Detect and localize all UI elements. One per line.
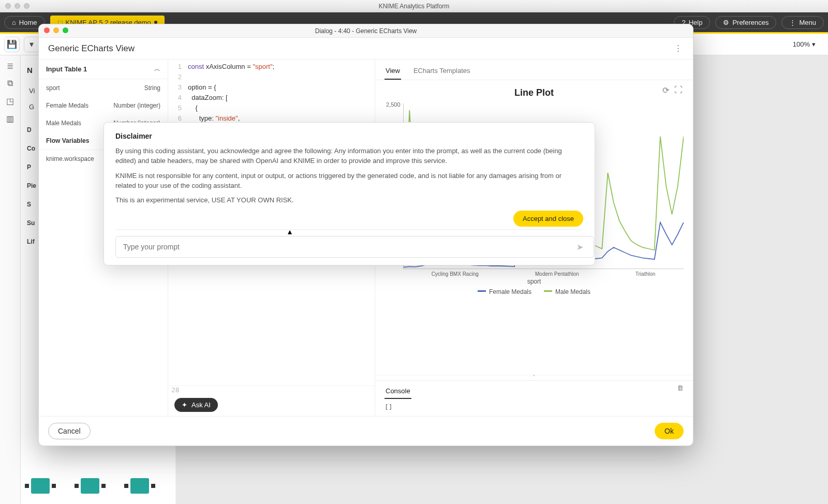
menu-button[interactable]: ⋮ Menu bbox=[781, 16, 824, 29]
dialog-titlebar: Dialog - 4:40 - Generic ECharts View bbox=[39, 24, 693, 38]
preview-tabs: View ECharts Templates bbox=[375, 60, 693, 80]
chevron-down-icon: ▾ bbox=[812, 40, 816, 48]
workflow-node[interactable] bbox=[81, 478, 99, 494]
gear-icon: ⚙ bbox=[723, 19, 729, 26]
col-type: String bbox=[144, 84, 160, 92]
column-row: sport String bbox=[39, 79, 168, 97]
node-strip bbox=[31, 478, 149, 494]
console-output: [] bbox=[385, 403, 684, 411]
col-name: Female Medals bbox=[46, 102, 88, 109]
x-tick: Cycling BMX Racing bbox=[432, 271, 479, 277]
workflow-node[interactable] bbox=[130, 478, 149, 494]
rail-cube-icon[interactable]: ◳ bbox=[3, 94, 18, 108]
chart-title: Line Plot bbox=[385, 87, 684, 98]
app-title: KNIME Analytics Platform bbox=[379, 3, 450, 10]
left-rail: ≣ ⧉ ◳ ▥ bbox=[0, 55, 21, 504]
maximize-icon[interactable] bbox=[63, 27, 68, 33]
ask-ai-button[interactable]: ✦ Ask AI bbox=[174, 398, 218, 412]
prompt-input[interactable] bbox=[115, 236, 594, 258]
save-icon[interactable]: 💾 bbox=[4, 37, 20, 52]
x-tick: Modern Pentathlon bbox=[535, 271, 579, 277]
workflow-node[interactable] bbox=[31, 478, 50, 494]
mouse-cursor-icon: ▴ bbox=[288, 227, 292, 236]
tab-templates[interactable]: ECharts Templates bbox=[412, 63, 471, 80]
traffic-lights-outer bbox=[5, 3, 29, 9]
section-label: Flow Variables bbox=[46, 137, 89, 144]
col-type: Number (integer) bbox=[113, 102, 160, 109]
col-name: Male Medals bbox=[46, 120, 81, 127]
tab-view[interactable]: View bbox=[385, 63, 401, 80]
minimize-icon[interactable] bbox=[53, 27, 59, 33]
disclaimer-text: This is an experimental service, USE AT … bbox=[115, 196, 583, 205]
home-label: Home bbox=[19, 19, 37, 26]
disclaimer-text: By using this coding assistant, you ackn… bbox=[115, 146, 583, 166]
x-axis-label: sport bbox=[385, 278, 684, 285]
col-name: sport bbox=[46, 84, 60, 92]
zoom-control[interactable]: 100% ▾ bbox=[793, 40, 824, 48]
rail-monitor-icon[interactable]: ▥ bbox=[3, 111, 18, 126]
section-label: Input Table 1 bbox=[46, 65, 87, 73]
ask-ai-label: Ask AI bbox=[191, 401, 211, 409]
ok-button[interactable]: Ok bbox=[655, 423, 684, 439]
rail-description-icon[interactable]: ≣ bbox=[3, 58, 18, 73]
prefs-label: Preferences bbox=[732, 19, 768, 26]
dialog-footer: Cancel Ok bbox=[39, 416, 693, 446]
console-tab[interactable]: Console bbox=[385, 384, 411, 399]
traffic-lights-dialog bbox=[44, 27, 68, 33]
gutter-last: 28 bbox=[168, 386, 375, 394]
legend-label: Male Medals bbox=[555, 288, 590, 295]
collapse-handle-icon[interactable]: ˅ bbox=[375, 375, 693, 380]
close-dot[interactable] bbox=[5, 3, 11, 9]
dialog-header: Generic ECharts View ⋮ bbox=[39, 38, 693, 60]
legend-item-male[interactable]: Male Medals bbox=[544, 288, 590, 295]
cancel-button[interactable]: Cancel bbox=[48, 423, 91, 439]
x-tick: Triathlon bbox=[635, 271, 656, 277]
chevron-up-icon: ︿ bbox=[154, 65, 160, 73]
ai-disclaimer-modal: Disclaimer By using this coding assistan… bbox=[103, 122, 595, 265]
dialog-window-title: Dialog - 4:40 - Generic ECharts View bbox=[315, 27, 417, 35]
max-dot[interactable] bbox=[24, 3, 29, 9]
restore-icon[interactable]: ⟳ bbox=[662, 85, 669, 95]
flowvar-name: knime.workspace bbox=[46, 155, 94, 162]
legend-item-female[interactable]: Female Medals bbox=[478, 288, 531, 295]
accept-close-button[interactable]: Accept and close bbox=[513, 211, 583, 227]
trash-icon[interactable]: 🗑 bbox=[677, 384, 684, 392]
y-tick: 2,500 bbox=[386, 101, 401, 108]
prompt-row: ➤ bbox=[115, 229, 583, 258]
disclaimer-text: KNIME is not responsible for any content… bbox=[115, 171, 583, 191]
menu-icon: ⋮ bbox=[789, 19, 796, 26]
dialog-title: Generic ECharts View bbox=[48, 43, 135, 54]
sparkle-icon: ✦ bbox=[182, 401, 187, 409]
expand-icon[interactable]: ⛶ bbox=[674, 85, 683, 95]
column-row: Female Medals Number (integer) bbox=[39, 97, 168, 114]
menu-label: Menu bbox=[799, 19, 816, 26]
zoom-label: 100% bbox=[793, 40, 810, 48]
send-icon[interactable]: ➤ bbox=[576, 242, 583, 252]
disclaimer-title: Disclaimer bbox=[115, 132, 583, 140]
more-icon[interactable]: ⋮ bbox=[674, 43, 684, 54]
x-ticks: Cycling BMX Racing Modern Pentathlon Tri… bbox=[403, 271, 684, 277]
legend-label: Female Medals bbox=[489, 288, 531, 295]
chart-legend: Female Medals Male Medals bbox=[385, 288, 684, 295]
home-icon: ⌂ bbox=[12, 19, 16, 26]
preferences-button[interactable]: ⚙ Preferences bbox=[715, 16, 776, 29]
toolbar-dropdown-icon[interactable]: ▾ bbox=[24, 37, 39, 52]
input-table-section[interactable]: Input Table 1 ︿ bbox=[39, 60, 168, 79]
min-dot[interactable] bbox=[14, 3, 20, 9]
app-titlebar: KNIME Analytics Platform bbox=[0, 0, 828, 12]
console-panel: Console 🗑 [] bbox=[375, 380, 693, 416]
rail-copy-icon[interactable]: ⧉ bbox=[3, 76, 18, 91]
close-icon[interactable] bbox=[44, 27, 50, 33]
